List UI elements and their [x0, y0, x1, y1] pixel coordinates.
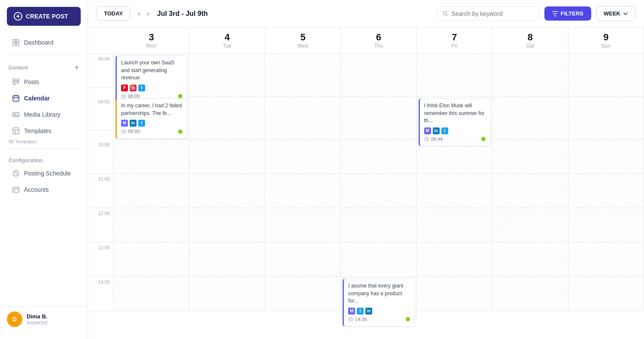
day-cell-thu-0800[interactable] — [341, 54, 416, 97]
post-card-3[interactable]: I think Elon Musk will remember this sum… — [419, 98, 490, 146]
post-card-2-footer: 09:00 — [121, 128, 182, 135]
day-cell-sun-1300[interactable] — [568, 242, 644, 277]
day-cell-mon-1100[interactable] — [114, 174, 189, 208]
day-cell-fri-0800[interactable] — [417, 54, 492, 97]
day-cell-wed-1000[interactable] — [265, 139, 341, 174]
post-card-2-socials: M in t — [121, 120, 182, 127]
post-card-4[interactable]: I asume that every giant company has a p… — [343, 278, 414, 327]
sidebar: + CREATE POST Dashboard Content + Posts … — [0, 0, 88, 339]
day-cell-fri-0900[interactable]: I think Elon Musk will remember this sum… — [417, 97, 492, 139]
day-cell-tue-1000[interactable] — [189, 139, 265, 174]
post-card-4-time: 14:36 — [348, 316, 367, 323]
config-section-label: Configuration — [0, 152, 88, 165]
content-add-icon[interactable]: + — [74, 63, 79, 72]
prev-week-button[interactable]: ‹ — [135, 8, 143, 19]
svg-point-19 — [14, 190, 15, 191]
day-cell-sat-1400[interactable] — [492, 277, 568, 311]
calendar-grid: 3 Mon 4 Tue 5 Wed 6 Thu 7 Fri 8 Sat — [88, 27, 644, 320]
linkedin-icon-2: in — [433, 127, 440, 134]
week-label: WEEK — [604, 10, 620, 17]
search-input[interactable] — [451, 10, 532, 17]
time-cell-1300: 13:00 — [88, 242, 114, 277]
sidebar-item-dashboard[interactable]: Dashboard — [3, 34, 84, 51]
today-button[interactable]: TODAY — [97, 6, 130, 21]
day-header-mon: 3 Mon — [114, 27, 189, 54]
day-cell-sun-1000[interactable] — [568, 139, 644, 174]
day-cell-sun-1100[interactable] — [568, 174, 644, 208]
day-name-tue: Tue — [189, 43, 264, 49]
day-cell-sun-0800[interactable] — [568, 54, 644, 97]
post-card-3-socials: M in t — [424, 127, 486, 134]
day-header-fri: 7 Fri — [417, 27, 492, 54]
day-cell-sun-1400[interactable] — [568, 277, 644, 311]
sidebar-divider-2 — [7, 148, 81, 149]
day-cell-thu-1400[interactable]: I asume that every giant company has a p… — [341, 277, 416, 320]
post-card-2[interactable]: In my career, I had 2 failed partnership… — [115, 98, 187, 139]
day-cell-mon-1400[interactable] — [114, 277, 189, 311]
day-name-thu: Thu — [341, 43, 416, 49]
day-cell-thu-1000[interactable] — [341, 139, 416, 174]
sidebar-item-schedule-label: Posting Schedule — [24, 170, 71, 177]
day-cell-thu-1200[interactable] — [341, 208, 416, 242]
day-cell-fri-1100[interactable] — [417, 174, 492, 208]
day-cell-sat-1000[interactable] — [492, 139, 568, 174]
sidebar-item-templates[interactable]: Templates — [3, 123, 84, 139]
day-cell-sun-1200[interactable] — [568, 208, 644, 242]
day-cell-tue-1300[interactable] — [189, 242, 265, 277]
post-card-4-text: I asume that every giant company has a p… — [348, 282, 410, 305]
day-cell-wed-1300[interactable] — [265, 242, 341, 277]
calendar-container[interactable]: 3 Mon 4 Tue 5 Wed 6 Thu 7 Fri 8 Sat — [88, 27, 644, 339]
day-cell-wed-1200[interactable] — [265, 208, 341, 242]
day-cell-mon-0800[interactable]: Launch your own SaaS and start generatin… — [114, 54, 189, 97]
search-box[interactable] — [436, 6, 539, 21]
day-cell-mon-1200[interactable] — [114, 208, 189, 242]
next-week-button[interactable]: › — [144, 8, 152, 19]
day-cell-sat-0800[interactable] — [492, 54, 568, 97]
day-cell-wed-1100[interactable] — [265, 174, 341, 208]
sidebar-item-calendar[interactable]: Calendar — [3, 90, 84, 106]
filters-button[interactable]: FILTERS — [544, 6, 591, 21]
time-header-cell — [88, 27, 114, 54]
day-cell-thu-0900[interactable] — [341, 97, 416, 139]
day-cell-tue-0900[interactable] — [189, 97, 265, 139]
svg-rect-5 — [13, 82, 19, 83]
clock-icon-4 — [348, 317, 353, 322]
sidebar-item-media-library[interactable]: Media Library — [3, 106, 84, 123]
create-post-button[interactable]: + CREATE POST — [7, 7, 81, 26]
day-cell-wed-0900[interactable] — [265, 97, 341, 139]
day-cell-sat-1300[interactable] — [492, 242, 568, 277]
day-cell-mon-1300[interactable] — [114, 242, 189, 277]
date-range: Jul 3rd - Jul 9th — [157, 10, 208, 18]
day-cell-fri-1300[interactable] — [417, 242, 492, 277]
post-card-1[interactable]: Launch your own SaaS and start generatin… — [115, 55, 187, 103]
sidebar-item-accounts[interactable]: Accounts — [3, 182, 84, 198]
day-cell-thu-1300[interactable] — [341, 242, 416, 277]
day-cell-sat-1200[interactable] — [492, 208, 568, 242]
day-cell-thu-1100[interactable] — [341, 174, 416, 208]
day-cell-fri-1400[interactable] — [417, 277, 492, 311]
day-cell-fri-1200[interactable] — [417, 208, 492, 242]
nav-arrows: ‹ › — [135, 8, 152, 19]
day-cell-tue-1400[interactable] — [189, 277, 265, 311]
sidebar-item-posts[interactable]: Posts — [3, 74, 84, 90]
day-cell-sat-0900[interactable] — [492, 97, 568, 139]
clock-icon-2 — [121, 129, 126, 134]
twitter-icon-3: t — [441, 127, 448, 134]
day-cell-fri-1000[interactable] — [417, 139, 492, 174]
user-area: D Dima B. Inovector — [0, 306, 88, 332]
svg-rect-0 — [13, 39, 15, 42]
day-cell-tue-0800[interactable] — [189, 54, 265, 97]
accounts-icon — [12, 186, 20, 194]
day-cell-tue-1100[interactable] — [189, 174, 265, 208]
day-cell-tue-1200[interactable] — [189, 208, 265, 242]
day-cell-wed-0800[interactable] — [265, 54, 341, 97]
day-cell-wed-1400[interactable] — [265, 277, 341, 311]
sidebar-item-media-label: Media Library — [24, 111, 61, 118]
day-cell-mon-0900[interactable]: In my career, I had 2 failed partnership… — [114, 97, 189, 139]
day-cell-mon-1000[interactable] — [114, 139, 189, 174]
sidebar-item-posting-schedule[interactable]: Posting Schedule — [3, 165, 84, 182]
mastodon-icon: M — [121, 120, 128, 127]
day-cell-sat-1100[interactable] — [492, 174, 568, 208]
day-cell-sun-0900[interactable] — [568, 97, 644, 139]
week-button[interactable]: WEEK — [596, 6, 635, 21]
